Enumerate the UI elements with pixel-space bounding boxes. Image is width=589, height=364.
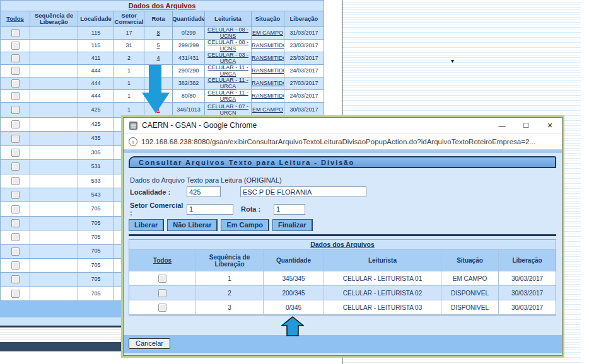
cell-value[interactable]: CELULAR - 07 - URCN <box>205 104 251 116</box>
cell-todos[interactable] <box>0 77 30 90</box>
row-checkbox[interactable] <box>11 135 20 143</box>
cell-leiturista[interactable]: CELULAR - 11 - URCA <box>204 77 251 90</box>
cell-todos[interactable] <box>0 188 30 202</box>
url-text[interactable]: 192.168.68.238:8080/gsan/exibirConsultar… <box>141 138 535 145</box>
em-campo-button[interactable]: Em Campo <box>221 219 269 231</box>
cell-todos[interactable] <box>129 286 196 300</box>
cell-leiturista[interactable]: CELULAR - 07 - URCN <box>204 103 251 118</box>
cell-value[interactable]: CELULAR - 03 - URCA <box>205 52 251 64</box>
row-checkbox[interactable] <box>11 205 20 213</box>
cell-todos[interactable] <box>0 217 30 230</box>
cell-value[interactable]: 4 <box>156 55 160 61</box>
row-checkbox[interactable] <box>11 162 20 171</box>
row-checkbox[interactable] <box>11 42 20 50</box>
row-checkbox[interactable] <box>11 29 20 37</box>
row-checkbox[interactable] <box>11 191 20 199</box>
cell-todos[interactable] <box>0 245 30 259</box>
cell-todos[interactable] <box>0 287 30 301</box>
popup-column-header-label[interactable]: Todos <box>153 257 172 264</box>
cell-rota[interactable]: 8 <box>144 27 172 40</box>
nao-liberar-button[interactable]: Não Liberar <box>167 219 218 231</box>
cell-value[interactable]: EM CAMPO <box>252 107 283 113</box>
cell-todos[interactable] <box>0 27 30 40</box>
row-checkbox[interactable] <box>11 120 20 128</box>
cell-value[interactable]: TRANSMITIDO <box>251 55 284 61</box>
row-checkbox[interactable] <box>158 275 166 283</box>
cell-situacao[interactable]: TRANSMITIDO <box>251 52 284 65</box>
row-checkbox[interactable] <box>11 247 20 256</box>
cell-leiturista[interactable]: CELULAR - 08 - UCNS <box>204 40 251 52</box>
cell-todos[interactable] <box>0 160 30 174</box>
cell-todos[interactable] <box>0 132 30 145</box>
popup-titlebar[interactable]: ▦ CAERN - GSAN - Google Chrome — ☐ ✕ <box>124 118 562 133</box>
cell-todos[interactable] <box>0 118 30 132</box>
cell-leiturista[interactable]: CELULAR - 11 - URCA <box>204 90 251 103</box>
localidade-name-input[interactable] <box>240 186 366 197</box>
cell-value[interactable]: CELULAR - 11 - URCA <box>205 90 251 102</box>
row-checkbox[interactable] <box>158 304 166 312</box>
row-checkbox[interactable] <box>11 79 20 88</box>
cell-situacao[interactable]: EM CAMPO <box>251 27 284 40</box>
cell-situacao[interactable]: TRANSMITIDO <box>251 90 284 103</box>
cell-value[interactable]: TRANSMITIDO <box>251 93 284 99</box>
cell-value[interactable]: TRANSMITIDO <box>251 43 284 48</box>
page-info-icon[interactable]: i <box>129 137 137 146</box>
cell-leiturista[interactable]: CELULAR - 03 - URCA <box>204 52 251 65</box>
dropdown-caret-icon[interactable]: ▾ <box>451 58 454 64</box>
setor-comercial-input[interactable] <box>187 204 233 215</box>
cell-situacao[interactable]: EM CAMPO <box>251 103 284 118</box>
row-checkbox[interactable] <box>11 67 20 75</box>
column-header-label[interactable]: Todos <box>6 16 24 22</box>
cell-todos[interactable] <box>0 273 30 287</box>
close-button[interactable]: ✕ <box>538 118 562 133</box>
localidade-code-input[interactable] <box>187 186 221 197</box>
cancel-button[interactable]: Cancelar <box>129 338 170 349</box>
cell-leiturista[interactable]: CELULAR - 08 - UCNS <box>204 27 251 40</box>
cell-rota[interactable]: 5 <box>144 40 172 52</box>
row-checkbox[interactable] <box>11 92 20 100</box>
row-checkbox[interactable] <box>11 219 20 227</box>
cell-todos[interactable] <box>0 40 30 52</box>
row-checkbox[interactable] <box>11 149 20 157</box>
address-bar[interactable]: i 192.168.68.238:8080/gsan/exibirConsult… <box>124 133 562 150</box>
cell-situacao[interactable]: TRANSMITIDO <box>251 65 284 77</box>
cell-todos[interactable] <box>0 146 30 160</box>
cell-situacao[interactable]: TRANSMITIDO <box>251 40 284 52</box>
row-checkbox[interactable] <box>11 54 20 62</box>
cell-todos[interactable] <box>129 300 196 315</box>
minimize-button[interactable]: — <box>490 118 514 133</box>
cell-value[interactable]: TRANSMITIDO <box>251 68 284 74</box>
cell-value[interactable]: EM CAMPO <box>252 30 283 36</box>
row-checkbox[interactable] <box>158 289 166 297</box>
rota-input[interactable] <box>274 204 305 215</box>
cell-todos[interactable] <box>0 103 30 118</box>
row-checkbox[interactable] <box>11 290 20 298</box>
row-checkbox[interactable] <box>11 275 20 283</box>
finalizar-button[interactable]: Finalizar <box>272 219 313 231</box>
cell-todos[interactable] <box>0 65 30 77</box>
cell-todos[interactable] <box>0 230 30 244</box>
cell-situacao[interactable]: TRANSMITIDO <box>251 77 284 90</box>
row-checkbox[interactable] <box>11 261 20 270</box>
popup-column-header-0[interactable]: Todos <box>129 250 196 271</box>
column-header-0[interactable]: Todos <box>0 11 30 27</box>
cell-todos[interactable] <box>129 271 196 286</box>
maximize-button[interactable]: ☐ <box>514 118 538 133</box>
cell-value[interactable]: CELULAR - 11 - URCA <box>205 65 251 77</box>
row-checkbox[interactable] <box>11 106 20 114</box>
cell-value[interactable]: 8 <box>156 30 160 36</box>
cell-value[interactable]: CELULAR - 11 - URCA <box>205 77 251 89</box>
cell-todos[interactable] <box>0 174 30 188</box>
cell-value[interactable]: CELULAR - 08 - UCNS <box>205 40 251 52</box>
row-checkbox[interactable] <box>11 177 20 185</box>
cell-todos[interactable] <box>0 90 30 103</box>
cell-value[interactable]: CELULAR - 08 - UCNS <box>205 27 251 39</box>
cell-value[interactable]: TRANSMITIDO <box>251 81 284 86</box>
cell-value[interactable]: 5 <box>156 43 160 48</box>
cell-todos[interactable] <box>0 202 30 216</box>
liberar-button[interactable]: Liberar <box>129 219 164 231</box>
cell-todos[interactable] <box>0 259 30 273</box>
cell-rota[interactable]: 4 <box>144 52 172 65</box>
cell-todos[interactable] <box>0 52 30 65</box>
row-checkbox[interactable] <box>11 233 20 241</box>
